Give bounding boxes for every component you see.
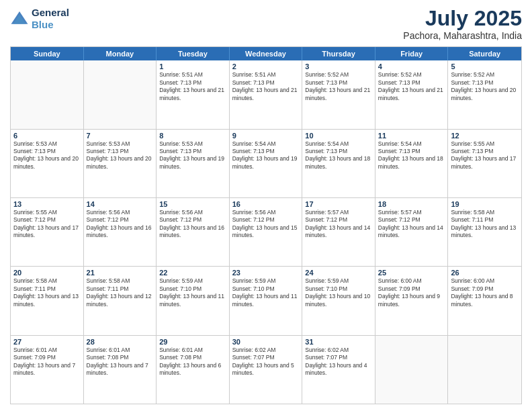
calendar-cell: 20Sunrise: 5:58 AM Sunset: 7:11 PM Dayli…	[11, 267, 84, 334]
calendar-cell: 12Sunrise: 5:55 AM Sunset: 7:13 PM Dayli…	[448, 130, 521, 197]
calendar-cell: 6Sunrise: 5:53 AM Sunset: 7:13 PM Daylig…	[11, 130, 84, 197]
day-number: 18	[378, 200, 445, 208]
calendar-cell: 4Sunrise: 5:52 AM Sunset: 7:13 PM Daylig…	[375, 60, 449, 128]
day-number: 2	[232, 62, 300, 71]
day-number: 6	[13, 132, 81, 140]
calendar-header: SundayMondayTuesdayWednesdayThursdayFrid…	[11, 47, 521, 60]
day-number: 8	[159, 132, 226, 140]
page: General Blue July 2025 Pachora, Maharash…	[0, 0, 532, 411]
day-info: Sunrise: 5:59 AM Sunset: 7:10 PM Dayligh…	[159, 277, 226, 308]
day-info: Sunrise: 5:51 AM Sunset: 7:13 PM Dayligh…	[159, 71, 226, 102]
calendar-cell: 8Sunrise: 5:53 AM Sunset: 7:13 PM Daylig…	[157, 130, 230, 197]
logo-icon	[10, 9, 29, 28]
weekday-header: Friday	[375, 47, 449, 60]
day-info: Sunrise: 5:52 AM Sunset: 7:13 PM Dayligh…	[378, 71, 445, 102]
calendar-cell: 27Sunrise: 6:01 AM Sunset: 7:09 PM Dayli…	[11, 336, 84, 404]
day-number: 15	[159, 200, 226, 208]
day-number: 10	[305, 132, 372, 140]
weekday-header: Saturday	[448, 47, 521, 60]
calendar-cell: 7Sunrise: 5:53 AM Sunset: 7:13 PM Daylig…	[84, 130, 157, 197]
day-info: Sunrise: 6:01 AM Sunset: 7:09 PM Dayligh…	[13, 347, 81, 377]
day-info: Sunrise: 5:54 AM Sunset: 7:13 PM Dayligh…	[378, 140, 445, 171]
day-number: 27	[13, 338, 81, 346]
calendar-cell: 19Sunrise: 5:58 AM Sunset: 7:11 PM Dayli…	[448, 198, 521, 266]
day-info: Sunrise: 5:58 AM Sunset: 7:11 PM Dayligh…	[451, 209, 519, 240]
weekday-header: Monday	[84, 47, 157, 60]
day-info: Sunrise: 6:00 AM Sunset: 7:09 PM Dayligh…	[451, 277, 519, 308]
day-number: 13	[13, 200, 81, 208]
month-title: July 2025	[403, 7, 522, 30]
day-number: 30	[232, 338, 300, 346]
calendar-cell: 5Sunrise: 5:52 AM Sunset: 7:13 PM Daylig…	[448, 60, 521, 128]
day-info: Sunrise: 5:59 AM Sunset: 7:10 PM Dayligh…	[305, 277, 372, 308]
day-info: Sunrise: 5:56 AM Sunset: 7:12 PM Dayligh…	[87, 209, 154, 240]
calendar-body: 1Sunrise: 5:51 AM Sunset: 7:13 PM Daylig…	[11, 60, 521, 404]
day-info: Sunrise: 5:53 AM Sunset: 7:13 PM Dayligh…	[159, 140, 226, 171]
calendar-cell: 24Sunrise: 5:59 AM Sunset: 7:10 PM Dayli…	[302, 267, 375, 334]
day-info: Sunrise: 6:00 AM Sunset: 7:09 PM Dayligh…	[378, 277, 445, 308]
calendar-cell	[11, 60, 84, 128]
day-number: 24	[305, 269, 372, 277]
calendar-cell: 17Sunrise: 5:57 AM Sunset: 7:12 PM Dayli…	[302, 198, 375, 266]
day-number: 7	[87, 132, 154, 140]
day-number: 14	[87, 200, 154, 208]
day-number: 16	[232, 200, 300, 208]
calendar-row: 27Sunrise: 6:01 AM Sunset: 7:09 PM Dayli…	[11, 335, 521, 404]
day-info: Sunrise: 5:56 AM Sunset: 7:12 PM Dayligh…	[159, 209, 226, 240]
calendar-cell: 16Sunrise: 5:56 AM Sunset: 7:12 PM Dayli…	[230, 198, 303, 266]
calendar-cell: 29Sunrise: 6:01 AM Sunset: 7:08 PM Dayli…	[157, 336, 230, 404]
calendar-cell: 11Sunrise: 5:54 AM Sunset: 7:13 PM Dayli…	[375, 130, 449, 197]
day-number: 26	[451, 269, 519, 277]
location-title: Pachora, Maharashtra, India	[403, 30, 522, 41]
day-number: 31	[305, 338, 372, 346]
day-info: Sunrise: 5:52 AM Sunset: 7:13 PM Dayligh…	[305, 71, 372, 102]
day-number: 11	[378, 132, 445, 140]
day-number: 5	[451, 62, 519, 71]
day-info: Sunrise: 5:54 AM Sunset: 7:13 PM Dayligh…	[305, 140, 372, 171]
day-info: Sunrise: 5:55 AM Sunset: 7:13 PM Dayligh…	[451, 140, 519, 171]
weekday-header: Sunday	[11, 47, 84, 60]
calendar-row: 1Sunrise: 5:51 AM Sunset: 7:13 PM Daylig…	[11, 60, 521, 128]
day-info: Sunrise: 5:52 AM Sunset: 7:13 PM Dayligh…	[451, 71, 519, 102]
day-number: 3	[305, 62, 372, 71]
day-info: Sunrise: 5:58 AM Sunset: 7:11 PM Dayligh…	[87, 277, 154, 308]
day-info: Sunrise: 5:51 AM Sunset: 7:13 PM Dayligh…	[232, 71, 300, 102]
day-info: Sunrise: 5:56 AM Sunset: 7:12 PM Dayligh…	[232, 209, 300, 240]
weekday-header: Wednesday	[230, 47, 303, 60]
day-number: 21	[87, 269, 154, 277]
day-number: 12	[451, 132, 519, 140]
calendar-cell: 22Sunrise: 5:59 AM Sunset: 7:10 PM Dayli…	[157, 267, 230, 334]
day-info: Sunrise: 6:02 AM Sunset: 7:07 PM Dayligh…	[305, 347, 372, 377]
header: General Blue July 2025 Pachora, Maharash…	[10, 7, 522, 41]
title-block: July 2025 Pachora, Maharashtra, India	[403, 7, 522, 41]
calendar-cell: 1Sunrise: 5:51 AM Sunset: 7:13 PM Daylig…	[157, 60, 230, 128]
calendar-cell: 25Sunrise: 6:00 AM Sunset: 7:09 PM Dayli…	[375, 267, 449, 334]
calendar-cell: 31Sunrise: 6:02 AM Sunset: 7:07 PM Dayli…	[302, 336, 375, 404]
calendar-row: 13Sunrise: 5:55 AM Sunset: 7:12 PM Dayli…	[11, 197, 521, 266]
day-info: Sunrise: 6:01 AM Sunset: 7:08 PM Dayligh…	[87, 347, 154, 377]
calendar-cell: 2Sunrise: 5:51 AM Sunset: 7:13 PM Daylig…	[230, 60, 303, 128]
calendar-row: 6Sunrise: 5:53 AM Sunset: 7:13 PM Daylig…	[11, 129, 521, 197]
calendar-cell: 13Sunrise: 5:55 AM Sunset: 7:12 PM Dayli…	[11, 198, 84, 266]
calendar-cell: 26Sunrise: 6:00 AM Sunset: 7:09 PM Dayli…	[448, 267, 521, 334]
day-info: Sunrise: 5:57 AM Sunset: 7:12 PM Dayligh…	[378, 209, 445, 240]
day-info: Sunrise: 6:02 AM Sunset: 7:07 PM Dayligh…	[232, 347, 300, 377]
day-number: 1	[159, 62, 226, 71]
calendar-cell: 3Sunrise: 5:52 AM Sunset: 7:13 PM Daylig…	[302, 60, 375, 128]
day-info: Sunrise: 6:01 AM Sunset: 7:08 PM Dayligh…	[159, 347, 226, 377]
logo-text: General Blue	[32, 7, 69, 31]
weekday-header: Tuesday	[157, 47, 230, 60]
weekday-header: Thursday	[302, 47, 375, 60]
day-number: 23	[232, 269, 300, 277]
day-info: Sunrise: 5:55 AM Sunset: 7:12 PM Dayligh…	[13, 209, 81, 240]
day-number: 29	[159, 338, 226, 346]
day-number: 22	[159, 269, 226, 277]
day-info: Sunrise: 5:58 AM Sunset: 7:11 PM Dayligh…	[13, 277, 81, 308]
day-info: Sunrise: 5:54 AM Sunset: 7:13 PM Dayligh…	[232, 140, 300, 171]
calendar-cell: 21Sunrise: 5:58 AM Sunset: 7:11 PM Dayli…	[84, 267, 157, 334]
calendar: SundayMondayTuesdayWednesdayThursdayFrid…	[10, 46, 522, 404]
logo: General Blue	[10, 7, 69, 31]
calendar-cell	[448, 336, 521, 404]
day-info: Sunrise: 5:53 AM Sunset: 7:13 PM Dayligh…	[13, 140, 81, 171]
day-info: Sunrise: 5:59 AM Sunset: 7:10 PM Dayligh…	[232, 277, 300, 308]
